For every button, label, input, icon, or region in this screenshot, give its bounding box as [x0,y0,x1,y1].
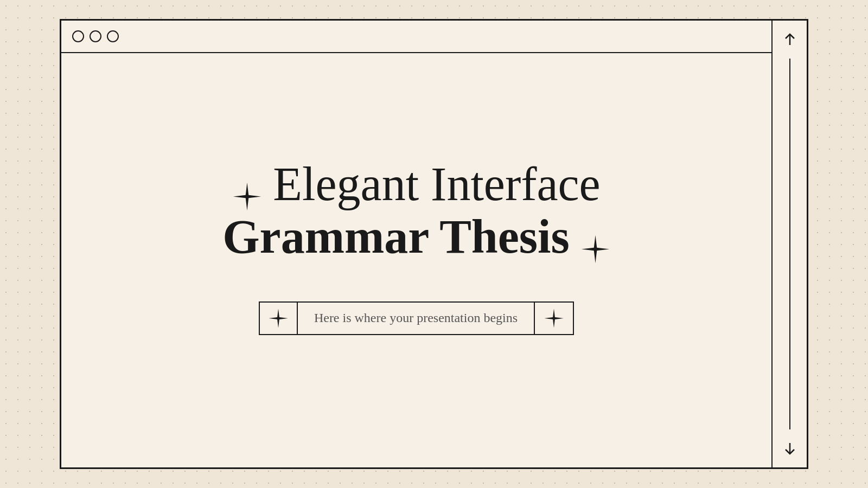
content-area: Elegant Interface Grammar Thesis [61,53,771,467]
subtitle-star-right [535,303,573,334]
presentation-frame: Elegant Interface Grammar Thesis [60,19,808,469]
title-line1: Elegant Interface [83,158,750,211]
title-bar [61,21,771,53]
title-section: Elegant Interface Grammar Thesis [83,158,750,335]
title-line2: Grammar Thesis [83,211,750,264]
sidebar-scrollbar[interactable] [771,21,807,467]
window-circle-3 [107,30,119,42]
subtitle-star-left [260,303,298,334]
scroll-up-arrow[interactable] [779,29,801,50]
scroll-track [789,59,790,429]
star-icon-right [580,222,610,252]
window-circle-1 [72,30,84,42]
subtitle-box: Here is where your presentation begins [259,301,574,335]
scroll-down-arrow[interactable] [779,438,801,459]
title-text-line1: Elegant Interface [273,158,600,211]
main-content-area: Elegant Interface Grammar Thesis [61,21,771,467]
star-icon-left [232,170,262,200]
window-circle-2 [90,30,101,42]
subtitle-text: Here is where your presentation begins [298,303,535,334]
title-text-line2: Grammar Thesis [222,211,570,264]
